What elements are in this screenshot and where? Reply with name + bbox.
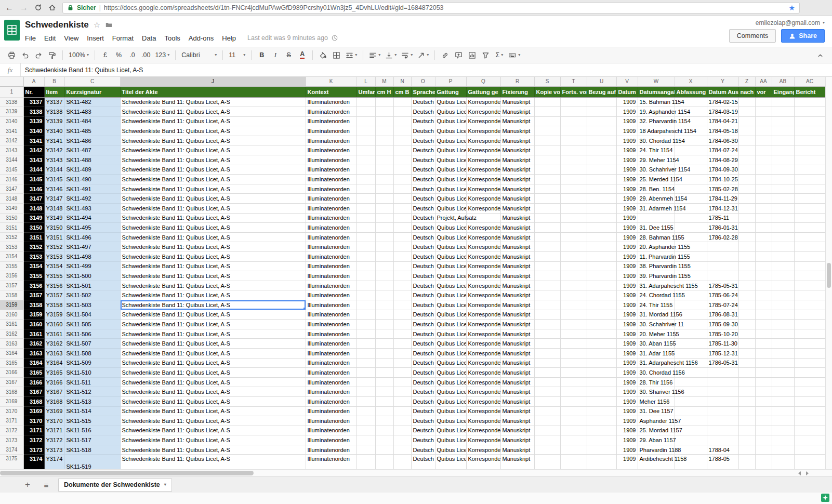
cell-M3165[interactable] [375, 358, 393, 368]
cell-AC3174[interactable] [794, 445, 825, 455]
cell-U3173[interactable] [587, 435, 616, 445]
cell-Z3175[interactable] [738, 455, 755, 469]
cell-Q3154[interactable]: Korrespondenz [466, 252, 500, 262]
cell-R3167[interactable]: Manuskript [500, 377, 534, 387]
cell-AB3154[interactable] [772, 252, 794, 262]
cell-AC3148[interactable] [794, 194, 825, 204]
cell-A3139[interactable]: 3138 [23, 107, 44, 117]
cell-J3138[interactable]: Schwedenkiste Band 11: Quibus Licet, A-S [120, 97, 306, 107]
cell-Q3151[interactable]: Korrespondenz [466, 223, 500, 233]
cell-J3146[interactable]: Schwedenkiste Band 11: Quibus Licet, A-S [120, 175, 306, 184]
cell-W3139[interactable]: 19. Asphander 1154 [638, 107, 675, 117]
cell-Z3171[interactable] [738, 416, 755, 426]
cell-V3143[interactable]: 1909 [616, 145, 638, 155]
cell-A3153[interactable]: 3152 [23, 242, 44, 252]
comments-button[interactable]: Comments [729, 29, 776, 43]
cell-S3166[interactable] [534, 368, 560, 378]
increase-decimal-button[interactable]: .00 [139, 49, 152, 61]
menu-view[interactable]: View [60, 33, 83, 44]
cell-B3153[interactable]: Y3152 [44, 242, 64, 252]
cell-Q3160[interactable]: Korrespondenz [466, 310, 500, 320]
cell-J3165[interactable]: Schwedenkiste Band 11: Quibus Licet, A-S [120, 358, 306, 368]
row-header-3146[interactable]: 3146 [0, 175, 23, 184]
cell-Z3167[interactable] [738, 377, 755, 387]
cell-R3146[interactable]: Manuskript [500, 175, 534, 184]
cell-U3141[interactable] [587, 126, 616, 136]
cell-B3158[interactable]: Y3157 [44, 290, 64, 300]
cell-N3167[interactable] [393, 377, 411, 387]
cell-Q3146[interactable]: Korrespondenz [466, 175, 500, 184]
cell-S3156[interactable] [534, 271, 560, 281]
cell-B3140[interactable]: Y3139 [44, 116, 64, 126]
cell-M3171[interactable] [375, 416, 393, 426]
cell-V3139[interactable]: 1909 [616, 107, 638, 117]
cell-O3138[interactable]: Deutsch [411, 97, 435, 107]
cell-C3173[interactable]: SK11-517 [64, 435, 120, 445]
cell-AB3169[interactable] [772, 396, 794, 406]
cell-R3145[interactable]: Manuskript [500, 165, 534, 175]
cell-R3151[interactable]: Manuskript [500, 223, 534, 233]
cell-V3171[interactable]: 1909 [616, 416, 638, 426]
cell-K3172[interactable]: Illuminatenorden [306, 426, 356, 435]
cell-P3170[interactable]: Quibus Licet [435, 406, 466, 416]
cell-T3173[interactable] [560, 435, 587, 445]
cell-P3172[interactable]: Quibus Licet [435, 426, 466, 435]
cell-L3160[interactable] [356, 310, 375, 320]
row-header-3149[interactable]: 3149 [0, 204, 23, 214]
cell-A3140[interactable]: 3139 [23, 116, 44, 126]
borders-button[interactable] [330, 49, 343, 61]
cell-W3153[interactable]: 20. Asphander 1155 [638, 242, 675, 252]
row-header-3171[interactable]: 3171 [0, 416, 23, 426]
cell-C3155[interactable]: SK11-499 [64, 261, 120, 271]
cell-W3164[interactable]: 31. Adar 1155 [638, 348, 675, 358]
cell-T3160[interactable] [560, 310, 587, 320]
cell-R3168[interactable]: Manuskript [500, 387, 534, 397]
cell-Q3152[interactable]: Korrespondenz [466, 232, 500, 242]
header-cell-L[interactable]: Umfang [356, 86, 375, 97]
cell-S3157[interactable] [534, 281, 560, 290]
cell-X3150[interactable] [675, 213, 707, 223]
row-header-3151[interactable]: 3151 [0, 223, 23, 233]
cell-AB3174[interactable] [772, 445, 794, 455]
cell-B3162[interactable]: Y3161 [44, 329, 64, 339]
cell-L3139[interactable] [356, 107, 375, 117]
cell-C3170[interactable]: SK11-514 [64, 406, 120, 416]
cell-P3159[interactable]: Quibus Licet [435, 300, 466, 310]
cell-R3153[interactable]: Manuskript [500, 242, 534, 252]
cell-AC3151[interactable] [794, 223, 825, 233]
cell-O3169[interactable]: Deutsch [411, 396, 435, 406]
cell-Y3146[interactable]: 1784-10-25 [707, 175, 738, 184]
cell-U3164[interactable] [587, 348, 616, 358]
cell-V3140[interactable]: 1909 [616, 116, 638, 126]
cell-J3144[interactable]: Schwedenkiste Band 11: Quibus Licet, A-S [120, 155, 306, 165]
cell-K3139[interactable]: Illuminatenorden [306, 107, 356, 117]
cell-J3153[interactable]: Schwedenkiste Band 11: Quibus Licet, A-S [120, 242, 306, 252]
undo-button[interactable] [19, 49, 32, 61]
cell-A3174[interactable]: 3173 [23, 445, 44, 455]
cell-N3171[interactable] [393, 416, 411, 426]
cell-M3153[interactable] [375, 242, 393, 252]
cell-O3174[interactable]: Deutsch [411, 445, 435, 455]
cell-Y3162[interactable]: 1785-10-20 [707, 329, 738, 339]
cell-Z3142[interactable] [738, 136, 755, 145]
cell-T3140[interactable] [560, 116, 587, 126]
cell-Q3156[interactable]: Korrespondenz [466, 271, 500, 281]
cell-W3172[interactable]: 25. Mordad 1157 [638, 426, 675, 435]
cell-AB3140[interactable] [772, 116, 794, 126]
cell-B3157[interactable]: Y3156 [44, 281, 64, 290]
cell-A3166[interactable]: 3165 [23, 368, 44, 378]
cell-AB3138[interactable] [772, 97, 794, 107]
cell-O3168[interactable]: Deutsch [411, 387, 435, 397]
cell-N3155[interactable] [393, 261, 411, 271]
cell-C3168[interactable]: SK11-512 [64, 387, 120, 397]
cell-R3172[interactable]: Manuskript [500, 426, 534, 435]
cell-K3155[interactable]: Illuminatenorden [306, 261, 356, 271]
cell-AC3152[interactable] [794, 232, 825, 242]
cell-K3161[interactable]: Illuminatenorden [306, 320, 356, 329]
cell-M3172[interactable] [375, 426, 393, 435]
cell-U3156[interactable] [587, 271, 616, 281]
cell-O3146[interactable]: Deutsch [411, 175, 435, 184]
cell-Y3160[interactable]: 1786-08-31 [707, 310, 738, 320]
cell-AA3149[interactable] [755, 204, 772, 214]
cell-K3138[interactable]: Illuminatenorden [306, 97, 356, 107]
